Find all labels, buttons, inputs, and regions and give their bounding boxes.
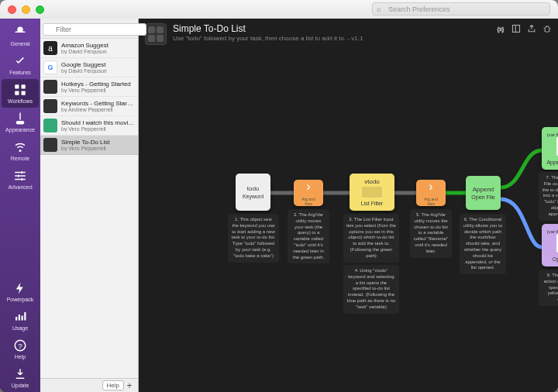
- svg-rect-11: [512, 25, 519, 32]
- svg-rect-2: [15, 91, 19, 95]
- window-titlebar: ⌕ Search Preferences: [0, 0, 558, 19]
- nav-usage[interactable]: Usage: [2, 306, 39, 335]
- svg-point-4: [19, 150, 22, 152]
- chart-icon: [12, 309, 28, 325]
- workflow-author: by Vero Pepperrell: [61, 126, 135, 132]
- svg-point-5: [21, 171, 23, 174]
- hat-icon: [12, 25, 28, 40]
- workflow-item-icon: [43, 138, 57, 152]
- workflow-icon: [12, 82, 28, 98]
- workflow-title: Simple To-Do List: [173, 23, 489, 34]
- workflow-author: by Vero Pepperrell: [61, 146, 135, 151]
- search-preferences-input[interactable]: ⌕ Search Preferences: [372, 2, 550, 15]
- workflow-list-item[interactable]: Hotkeys - Getting Startedby Vero Pepperr…: [40, 77, 138, 97]
- close-window-button[interactable]: [8, 5, 16, 14]
- workflow-list-item[interactable]: Simple To-Do Listby Vero Pepperrell: [40, 136, 138, 155]
- help-button[interactable]: Help: [102, 380, 124, 390]
- svg-rect-0: [15, 84, 19, 88]
- chevron-right-icon: ›: [429, 180, 432, 194]
- svg-point-6: [17, 175, 19, 177]
- workflow-author: by Andrew Pepperrell: [61, 107, 135, 112]
- workflow-item-icon: [43, 80, 57, 94]
- filter-input[interactable]: [43, 23, 146, 36]
- help-icon: ?: [12, 338, 28, 353]
- workflow-name: Keywords - Getting Started: [61, 100, 135, 107]
- node-list-filter[interactable]: vtodo List Filter: [350, 174, 394, 211]
- workflow-name: Should I watch this movie?: [61, 119, 135, 126]
- desc-5: 5. The Arg/Var utility moves the chosen …: [410, 209, 452, 258]
- workflow-canvas[interactable]: todo Keyword › Arg and Vars vtodo List F…: [139, 50, 558, 392]
- desc-9: 9. The Open File action opens the list s…: [539, 270, 558, 306]
- workflow-author: by David Ferguson: [61, 68, 135, 74]
- node-open-file[interactable]: {var:filename}.txt Open File: [542, 224, 558, 266]
- svg-rect-1: [22, 84, 26, 88]
- nav-powerpack[interactable]: Powerpack: [2, 277, 39, 306]
- download-icon: [12, 366, 28, 382]
- nav-workflows[interactable]: Workflows: [2, 79, 39, 108]
- nav-appearance[interactable]: Appearance: [2, 108, 39, 136]
- sliders-icon: [12, 168, 28, 184]
- nav-features[interactable]: Features: [2, 50, 39, 79]
- nav-advanced[interactable]: Advanced: [2, 165, 39, 194]
- desc-7: 7. The Append To File output appends the…: [539, 172, 558, 221]
- desc-3b: 4. Using "vtodo" keyword and selecting a…: [343, 265, 399, 314]
- node-argvar-1[interactable]: › Arg and Vars: [294, 180, 323, 206]
- search-icon: ⌕: [377, 5, 381, 13]
- svg-rect-3: [22, 91, 26, 95]
- desc-1: 1. This object sets the keyword you use …: [228, 214, 279, 263]
- desc-6: 6. The Conditional utility allows you to…: [460, 214, 506, 274]
- check-icon: [12, 53, 28, 69]
- node-conditional[interactable]: Append Open File: [466, 176, 501, 210]
- workflow-item-icon: a: [43, 41, 57, 55]
- svg-line-16: [544, 31, 546, 32]
- desc-2: 2. The Arg/Var utility moves your task (…: [288, 209, 329, 263]
- svg-point-7: [21, 178, 23, 181]
- variables-button[interactable]: {x}: [495, 23, 505, 33]
- node-append-file[interactable]: {var:filename}.txt Append to File: [542, 127, 558, 170]
- add-workflow-button[interactable]: +: [124, 380, 135, 391]
- list-icon: [362, 187, 382, 198]
- workflow-author: by David Ferguson: [61, 49, 135, 54]
- workflow-subtitle: Use "todo" followed by your task, then c…: [173, 35, 489, 42]
- nav-general[interactable]: General: [2, 22, 39, 50]
- workflow-item-icon: G: [43, 60, 57, 74]
- svg-line-17: [549, 31, 550, 32]
- workflow-list-item[interactable]: GGoogle Suggestby David Ferguson: [40, 58, 138, 77]
- workflow-name: Amazon Suggest: [61, 42, 135, 49]
- signal-icon: [12, 139, 28, 155]
- minimize-window-button[interactable]: [22, 5, 30, 14]
- workflow-list-panel: ⌕ ⚙ aAmazon Suggestby David FergusonGGoo…: [40, 19, 139, 392]
- workflow-list-item[interactable]: Keywords - Getting Startedby Andrew Pepp…: [40, 97, 138, 116]
- workflow-name: Google Suggest: [61, 61, 135, 68]
- workflow-list-item[interactable]: aAmazon Suggestby David Ferguson: [40, 39, 138, 58]
- workflow-name: Simple To-Do List: [61, 139, 135, 146]
- debug-button[interactable]: [542, 23, 552, 33]
- toggle-panel-button[interactable]: [511, 23, 521, 33]
- bolt-icon: [12, 280, 28, 296]
- workflow-item-icon: [43, 119, 57, 132]
- zoom-window-button[interactable]: [36, 5, 44, 14]
- chevron-right-icon: ›: [306, 180, 310, 194]
- node-argvar-2[interactable]: › Arg and Vars: [416, 180, 446, 206]
- workflow-header-icon: [145, 23, 167, 45]
- brush-icon: [12, 111, 28, 126]
- svg-text:?: ?: [18, 342, 22, 350]
- desc-3: 3. The List Filter input lets you select…: [343, 214, 399, 263]
- workflow-list-item[interactable]: Should I watch this movie?by Vero Pepper…: [40, 116, 138, 136]
- svg-line-18: [546, 26, 546, 27]
- share-button[interactable]: [526, 23, 536, 33]
- nav-update[interactable]: Update: [2, 363, 39, 392]
- svg-line-19: [547, 26, 548, 27]
- workflow-name: Hotkeys - Getting Started: [61, 81, 135, 88]
- svg-text:{x}: {x}: [497, 26, 504, 33]
- node-keyword[interactable]: todo Keyword: [236, 174, 270, 211]
- workflow-item-icon: [43, 99, 57, 113]
- sidebar-nav: General Features Workflows Appearance Re…: [0, 19, 40, 392]
- workflow-author: by Vero Pepperrell: [61, 88, 135, 93]
- nav-remote[interactable]: Remote: [2, 136, 39, 165]
- nav-help[interactable]: ? Help: [2, 335, 39, 363]
